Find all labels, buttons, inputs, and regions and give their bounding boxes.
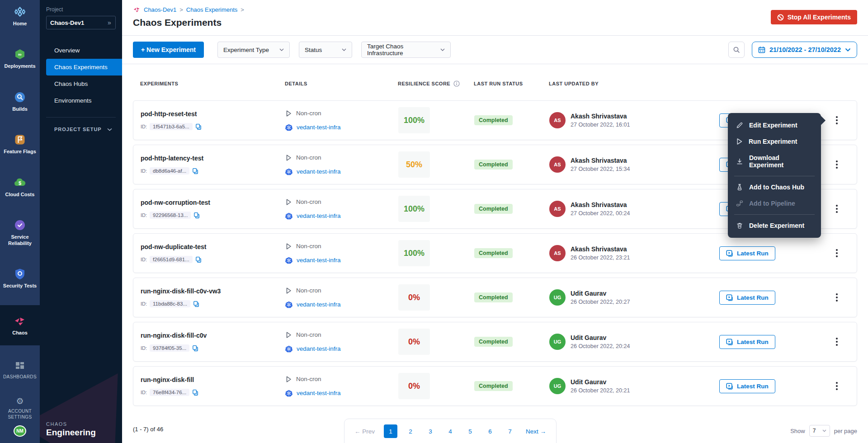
- latest-run-button[interactable]: Latest Run: [719, 291, 775, 305]
- row-menu-kebab-icon[interactable]: [831, 246, 843, 260]
- infrastructure-link[interactable]: vedant-test-infra: [297, 257, 341, 264]
- sidebar-item-service-reliability[interactable]: Service Reliability: [0, 213, 40, 252]
- breadcrumb-link-project[interactable]: Chaos-Dev1: [144, 6, 176, 13]
- user-avatar[interactable]: NM: [14, 425, 26, 437]
- details-cell: Non-cron vedant-test-infra: [285, 331, 398, 353]
- row-menu-kebab-icon[interactable]: [831, 113, 843, 127]
- latest-run-button[interactable]: Latest Run: [719, 246, 775, 260]
- experiment-type: Non-cron: [296, 331, 321, 338]
- sidebar-item-chaos[interactable]: Chaos: [0, 305, 40, 345]
- table-row[interactable]: run-nginx-disk-fill-c0v-vw3 ID: 11bda88c…: [133, 278, 857, 317]
- search-button[interactable]: [728, 42, 745, 58]
- experiment-name: run-nginx-disk-fill: [141, 376, 285, 383]
- copy-icon[interactable]: [195, 123, 202, 130]
- sidebar-item-security-tests[interactable]: Security Tests: [0, 262, 40, 295]
- status-badge: Completed: [474, 204, 513, 214]
- updated-date: 26 October 2022, 20:21: [571, 387, 630, 394]
- experiment-type: Non-cron: [296, 376, 321, 382]
- project-setup-section[interactable]: PROJECT SETUP: [40, 122, 122, 137]
- infrastructure-link[interactable]: vedant-test-infra: [297, 124, 341, 131]
- row-menu-kebab-icon[interactable]: [831, 335, 843, 349]
- collapse-sidebar-icon[interactable]: »: [104, 19, 115, 26]
- next-page-button[interactable]: Next →: [523, 428, 549, 435]
- column-last-updated-by: LAST UPDATED BY: [549, 81, 719, 86]
- sidebar-item-feature-flags[interactable]: Feature Flags: [0, 128, 40, 160]
- copy-icon[interactable]: [193, 212, 200, 219]
- stop-all-experiments-button[interactable]: Stop All Experiments: [771, 10, 857, 24]
- run-report-icon: [726, 339, 733, 345]
- breadcrumb-link-experiments[interactable]: Chaos Experiments: [186, 6, 237, 13]
- run-report-icon: [726, 294, 733, 301]
- sidebar-item-chaos-hubs[interactable]: Chaos Hubs: [40, 75, 122, 92]
- table-row[interactable]: pod-nw-duplicate-test ID: f26651d9-681..…: [133, 233, 857, 273]
- date-range-picker[interactable]: 21/10/2022 - 27/10/2022: [752, 42, 857, 58]
- row-menu-kebab-icon[interactable]: [831, 379, 843, 393]
- page-title: Chaos Experiments: [133, 17, 857, 28]
- row-menu-kebab-icon[interactable]: [831, 157, 843, 172]
- sidebar-item-label: Security Tests: [3, 283, 37, 289]
- infrastructure-link[interactable]: vedant-test-infra: [297, 390, 341, 396]
- page-button[interactable]: 6: [483, 424, 497, 438]
- updated-by-cell: AS Akash Shrivastava 27 October 2022, 00…: [549, 201, 719, 217]
- experiment-type: Non-cron: [296, 243, 321, 250]
- page-button[interactable]: 7: [503, 424, 517, 438]
- infrastructure-link[interactable]: vedant-test-infra: [297, 212, 341, 219]
- sidebar-item-deployments[interactable]: ∞ Deployments: [0, 42, 40, 75]
- sidebar-item-cloud-costs[interactable]: $ Cloud Costs: [0, 171, 40, 203]
- resilience-score-cell: 100%: [398, 240, 474, 266]
- experiment-type-filter[interactable]: Experiment Type: [217, 42, 290, 58]
- page-button[interactable]: 1: [384, 424, 397, 438]
- latest-run-cell: Latest Run: [719, 335, 824, 349]
- copy-icon[interactable]: [192, 389, 198, 396]
- latest-run-button[interactable]: Latest Run: [719, 379, 775, 393]
- user-avatar: UG: [549, 289, 566, 306]
- infrastructure-link[interactable]: vedant-test-infra: [297, 301, 341, 308]
- copy-icon[interactable]: [192, 168, 198, 174]
- per-page-select[interactable]: 7: [809, 425, 830, 437]
- sidebar-item-chaos-experiments[interactable]: Chaos Experiments: [46, 59, 122, 75]
- play-outline-icon: [285, 376, 292, 383]
- menu-item-add-to-chaos-hub[interactable]: Add to Chaos Hub: [728, 179, 821, 195]
- menu-item-delete-experiment[interactable]: Delete Experiment: [728, 217, 821, 234]
- module-rail: Home ∞ Deployments Builds Feature Flags …: [0, 0, 40, 443]
- infrastructure-link[interactable]: vedant-test-infra: [297, 345, 341, 352]
- copy-icon[interactable]: [192, 345, 198, 352]
- sidebar-item-builds[interactable]: Builds: [0, 85, 40, 118]
- menu-item-download-experiment[interactable]: Download Experiment: [728, 150, 821, 173]
- page-button[interactable]: 4: [443, 424, 457, 438]
- row-menu-kebab-icon[interactable]: [831, 202, 843, 216]
- page-button[interactable]: 5: [463, 424, 477, 438]
- menu-item-edit-experiment[interactable]: Edit Experiment: [728, 117, 821, 133]
- project-name: Chaos-Dev1: [47, 19, 104, 26]
- user-name: Akash Shrivastava: [571, 157, 630, 164]
- page-button[interactable]: 3: [424, 424, 437, 438]
- table-row[interactable]: run-nginx-disk-fill ID: 76e8f434-76... N…: [133, 366, 857, 406]
- target-infrastructure-filter[interactable]: Target Chaos Infrastructure: [361, 42, 451, 58]
- chevron-down-icon: [845, 48, 851, 52]
- resilience-score-cell: 0%: [398, 373, 474, 399]
- sidebar-item-account-settings[interactable]: ⚙ ACCOUNT SETTINGS: [0, 391, 40, 425]
- row-menu-kebab-icon[interactable]: [831, 290, 843, 305]
- copy-icon[interactable]: [195, 256, 202, 263]
- page-button[interactable]: 2: [404, 424, 417, 438]
- column-resilience-score: RESILIENCE SCORE: [398, 80, 474, 87]
- kubernetes-icon: [285, 257, 292, 264]
- copy-icon[interactable]: [193, 301, 199, 307]
- project-selector[interactable]: Chaos-Dev1 »: [46, 16, 116, 29]
- menu-item-run-experiment[interactable]: Run Experiment: [728, 133, 821, 150]
- sidebar-item-dashboards[interactable]: DASHBOARDS: [0, 355, 40, 386]
- service-reliability-icon: [14, 219, 26, 231]
- latest-run-button[interactable]: Latest Run: [719, 335, 775, 349]
- info-icon[interactable]: [453, 80, 460, 87]
- new-experiment-button[interactable]: + New Experiment: [133, 42, 204, 58]
- sidebar-item-environments[interactable]: Environments: [40, 92, 122, 109]
- status-filter[interactable]: Status: [299, 42, 352, 58]
- sidebar-item-overview[interactable]: Overview: [40, 42, 122, 59]
- experiment-name: pod-nw-duplicate-test: [141, 243, 285, 250]
- prev-page-button[interactable]: ← Prev: [352, 428, 377, 435]
- status-cell: Completed: [474, 204, 549, 214]
- divider: [46, 117, 116, 118]
- sidebar-item-home[interactable]: Home: [0, 0, 40, 33]
- infrastructure-link[interactable]: vedant-test-infra: [297, 168, 341, 175]
- table-row[interactable]: run-nginx-disk-fill-c0v ID: 93784f05-35.…: [133, 322, 857, 362]
